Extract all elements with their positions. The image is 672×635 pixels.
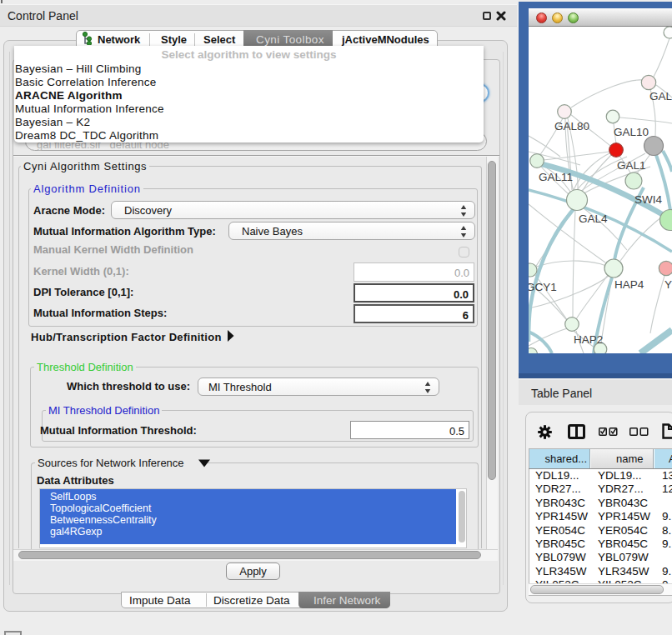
svg-text:GAL2: GAL2 <box>649 90 672 102</box>
svg-text:GAL10: GAL10 <box>614 126 649 138</box>
svg-text:SWI4: SWI4 <box>634 193 662 206</box>
svg-text:GAL1: GAL1 <box>617 159 646 172</box>
svg-text:YM: YM <box>664 278 672 291</box>
svg-text:GAL11: GAL11 <box>539 171 573 183</box>
svg-text:GAL4: GAL4 <box>579 212 608 225</box>
svg-text:HAP2: HAP2 <box>574 333 603 346</box>
svg-text:GAL80: GAL80 <box>554 120 589 132</box>
svg-text:HAP4: HAP4 <box>614 278 644 291</box>
svg-text:GCY1: GCY1 <box>529 281 557 293</box>
